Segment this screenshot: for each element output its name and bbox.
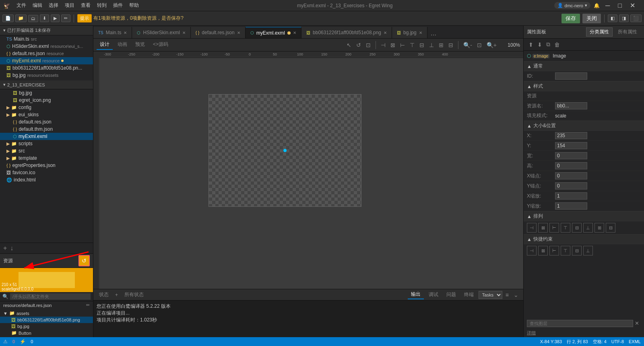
zoom-fit-button[interactable]: ⊡ — [475, 41, 483, 49]
sub-tab-animate[interactable]: 动画 — [114, 40, 130, 50]
distribute-h-btn[interactable]: ⊞ — [594, 223, 604, 233]
tree-item-proj-eui[interactable]: ▶ 📁 eui_skins — [0, 111, 93, 118]
tab-main-ts[interactable]: TS Main.ts ✕ — [93, 27, 132, 38]
find-close-button[interactable]: ✕ — [633, 319, 641, 327]
tree-item-main-ts[interactable]: TS Main.ts src — [0, 35, 93, 43]
menu-item-goto[interactable]: 转到 — [97, 2, 107, 9]
tree-item-proj-config[interactable]: ▶ 📁 config — [0, 104, 93, 111]
tree-item-proj-defres[interactable]: { } default.res.json — [0, 118, 93, 126]
add-state-button[interactable]: + — [113, 291, 120, 299]
anchory-input[interactable] — [555, 182, 587, 189]
align-right-button[interactable]: ⊢ — [398, 41, 407, 49]
w-input[interactable] — [555, 152, 587, 159]
resource-sync-button[interactable]: ↺ — [78, 255, 90, 266]
debug-tab[interactable]: 调试 — [425, 290, 442, 299]
edit-button[interactable]: ✏ — [61, 14, 70, 22]
tab-hsliderskin[interactable]: ⬡ HSliderSkin.exml ✕ — [132, 27, 190, 38]
tree-item-hsliderskin[interactable]: ⬡ HSliderSkin.exml resource\eui_s... — [0, 43, 93, 50]
constraint-section-title[interactable]: ▲ 快捷约束 — [524, 234, 644, 244]
open-folder-button[interactable]: 🗂 — [28, 15, 38, 22]
align-center-button[interactable]: ⊠ — [389, 41, 397, 49]
run-button[interactable]: ▶ — [51, 14, 60, 22]
x-input[interactable] — [555, 132, 587, 139]
move-up-button[interactable]: ⬆ — [527, 41, 535, 49]
tab-more-button[interactable]: ⋯ — [427, 32, 440, 38]
zoom-out-button[interactable]: 🔍- — [462, 41, 474, 49]
zoom-in-button[interactable]: 🔍+ — [485, 41, 498, 49]
all-states-button[interactable]: 所有状态 — [122, 290, 146, 299]
tab-close-button[interactable]: ✕ — [124, 31, 127, 35]
delete-button[interactable]: 🗑 — [553, 41, 561, 49]
pointer-tool-button[interactable]: ↖ — [345, 41, 353, 49]
open-button[interactable]: 📁 — [15, 14, 27, 22]
align-left-button[interactable]: ⊣ — [379, 41, 387, 49]
res-folder-assets[interactable]: ▼ 📁 assets — [0, 310, 93, 317]
constraint-btn-6[interactable]: ⊥ — [583, 246, 593, 255]
align-top-button[interactable]: ⊤ — [408, 41, 416, 49]
open-editors-section[interactable]: ▾ 已打开编辑器 1未保存 — [0, 26, 93, 35]
crop-tool-button[interactable]: ⊡ — [364, 41, 372, 49]
layout-left-button[interactable]: ◧ — [608, 14, 617, 22]
download-button[interactable]: ⬇ — [40, 14, 49, 22]
tab-myexml[interactable]: ⬡ myExml.exml ✕ — [246, 27, 301, 38]
sub-tab-preview[interactable]: 预览 — [132, 40, 148, 50]
tree-item-bb-png[interactable]: 🖼 bb0631226f1aff00bfd51e08.pn... — [0, 64, 93, 72]
tree-item-bg-jpg[interactable]: 🖼 bg.jpg resource\assets — [0, 72, 93, 79]
output-tab[interactable]: 输出 — [408, 290, 424, 299]
align-left-btn[interactable]: ⊣ — [527, 223, 537, 233]
constraint-btn-3[interactable]: ⊢ — [549, 246, 559, 255]
sub-tab-source[interactable]: <>源码 — [150, 40, 171, 50]
sub-tab-design[interactable]: 设计 — [97, 40, 113, 50]
canvas-container[interactable] — [100, 58, 523, 289]
style-section-title[interactable]: ▲ 样式 — [524, 81, 644, 91]
menu-item-select[interactable]: 选择 — [49, 2, 58, 9]
tab-close-button[interactable]: ✕ — [293, 31, 296, 35]
tree-item-proj-thm[interactable]: { } default.thm.json — [0, 126, 93, 133]
res-item-bb-png[interactable]: 🖼 bb0631226f1aff00bfd51e08.png — [0, 317, 93, 323]
layout-bottom-button[interactable]: ⬛ — [630, 14, 642, 22]
menu-item-project[interactable]: 项目 — [65, 2, 74, 9]
tree-item-proj-index[interactable]: 🌐 index.html — [0, 176, 93, 183]
close-notification-button[interactable]: 关闭 — [582, 14, 601, 23]
add-file-button[interactable]: + — [3, 245, 7, 252]
constraint-btn-2[interactable]: ⊠ — [538, 246, 548, 255]
problems-tab[interactable]: 问题 — [443, 290, 459, 299]
menu-item-plugin[interactable]: 插件 — [113, 2, 123, 9]
menu-item-help[interactable]: 帮助 — [129, 2, 139, 9]
tree-item-proj-template[interactable]: ▶ 📁 template — [0, 154, 93, 162]
tasks-select[interactable]: Tasks — [479, 291, 502, 299]
tab-close-button[interactable]: ✕ — [237, 31, 240, 35]
tab-close-button[interactable]: ✕ — [182, 31, 186, 35]
anchorx-input[interactable] — [555, 172, 587, 179]
tasks-expand-button[interactable]: ⌄ — [512, 291, 520, 299]
arrange-section-title[interactable]: ▲ 排列 — [524, 211, 644, 221]
distribute-v-btn[interactable]: ⊟ — [606, 223, 615, 233]
right-tab-categorized[interactable]: 分类属性 — [586, 27, 613, 37]
right-tab-all[interactable]: 所有属性 — [614, 27, 641, 37]
align-top-btn[interactable]: ⊤ — [561, 223, 570, 233]
tree-item-proj-src[interactable]: ▶ 📁 src — [0, 147, 93, 154]
new-file-button[interactable]: 📄 — [2, 14, 14, 22]
tree-item-proj-egretprop[interactable]: { } egretProperties.json — [0, 162, 93, 169]
tree-item-default-res[interactable]: { } default.res.json resource — [0, 50, 93, 57]
res-item-button[interactable]: 📁 Button — [0, 330, 93, 336]
notification-bell-icon[interactable]: 🔔 — [594, 3, 600, 8]
h-input[interactable] — [555, 162, 587, 169]
align-bottom-button[interactable]: ⊥ — [427, 41, 436, 49]
tab-close-button[interactable]: ✕ — [384, 31, 387, 35]
tree-item-proj-egret[interactable]: 🖼 egret_icon.png — [0, 97, 93, 104]
minimize-button[interactable]: ─ — [603, 0, 612, 13]
position-section-title[interactable]: ▲ 大小&位置 — [524, 121, 644, 131]
close-button[interactable]: ✕ — [627, 0, 638, 13]
tree-item-proj-bg[interactable]: 🖼 bg.jpg — [0, 89, 93, 97]
y-input[interactable] — [555, 142, 587, 149]
tree-item-myexml[interactable]: ⬡ myExml.exml resource — [0, 57, 93, 64]
resource-edit-button[interactable]: ✏ — [86, 303, 90, 308]
align-right-btn[interactable]: ⊢ — [549, 223, 559, 233]
general-section-title[interactable]: ▲ 通常 — [524, 61, 644, 71]
distribute-h-button[interactable]: ⊞ — [437, 41, 445, 49]
menu-item-file[interactable]: 文件 — [17, 2, 26, 9]
tasks-list-button[interactable]: ≡ — [504, 291, 510, 299]
tree-item-proj-myexml[interactable]: ⬡ myExml.exml — [0, 133, 93, 140]
move-down-button[interactable]: ⬇ — [536, 41, 544, 49]
